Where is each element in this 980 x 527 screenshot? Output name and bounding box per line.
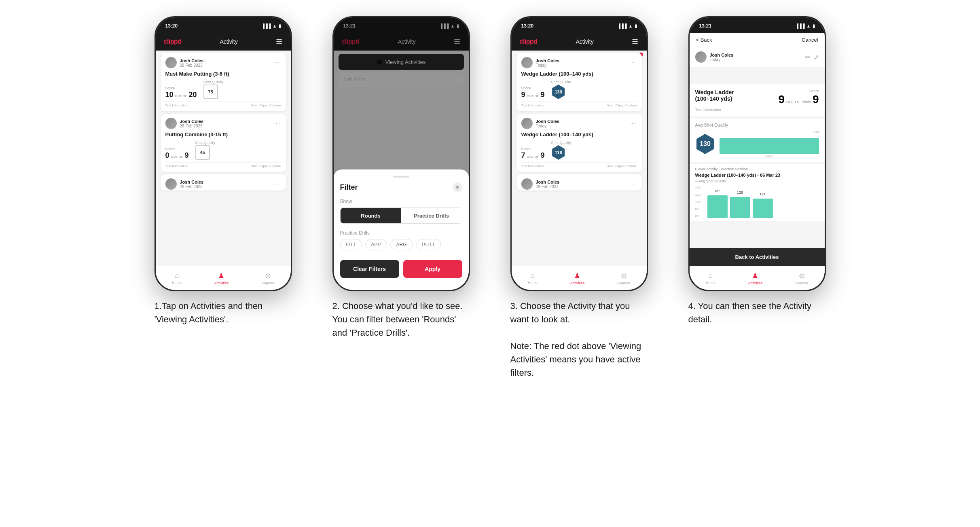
score-block-3-1: Score 9 OUT OF 9 [521, 86, 545, 99]
score-block-1-1: Score 10 OUT OF 20 [165, 86, 197, 99]
status-bar-3: 13:20 ▐▐▐ ▲ ▮ [512, 17, 647, 33]
card-footer-1-1: Test Information Data: Clippd Capture [165, 102, 281, 107]
nav-activities-4[interactable]: ♟ Activities [748, 271, 763, 285]
sq-label-1-1: Shot Quality [203, 80, 223, 84]
nav-home-4[interactable]: ⌂ Home [706, 271, 715, 285]
sq-badge-3-2: 118 [551, 145, 566, 160]
nav-activities-1[interactable]: ♟ Activities [214, 271, 229, 285]
cancel-button-4[interactable]: Cancel [802, 37, 818, 43]
nav-home-3[interactable]: ⌂ Home [528, 271, 538, 285]
card-header-1-3: Josh Coles 28 Feb 2023 ··· [165, 178, 281, 190]
user-details-1-2: Josh Coles 28 Feb 2023 [180, 119, 204, 128]
activity-card-1-3[interactable]: Josh Coles 28 Feb 2023 ··· [161, 174, 286, 190]
avatar-1-3 [165, 178, 177, 190]
apply-button[interactable]: Apply [403, 260, 462, 278]
rounds-toggle[interactable]: Rounds [341, 208, 401, 223]
card-footer-3-2: Test Information Data: Clippd Capture [521, 162, 637, 168]
dots-3-1[interactable]: ··· [629, 59, 637, 66]
phone-2-screen: 13:21 ▐▐▐ ▲ ▮ clippd Activity ☰ ⚙ Viewin… [334, 17, 469, 290]
detail-actions-4: ✏ ⤢ [805, 53, 819, 61]
show-label: Show [340, 199, 462, 204]
card-header-3-1: Josh Coles Today ··· [521, 57, 637, 68]
chip-ott[interactable]: OTT [340, 239, 362, 250]
avatar-3-2 [521, 118, 533, 129]
signal-icon-1: ▐▐▐ [261, 23, 271, 28]
phone-3-frame: 13:20 ▐▐▐ ▲ ▮ clippd Activity ☰ ⚙ Viewin… [510, 16, 648, 291]
menu-icon-3[interactable]: ☰ [632, 37, 638, 46]
signal-icon-4: ▐▐▐ [795, 23, 804, 28]
activity-card-3-1[interactable]: Josh Coles Today ··· Wedge Ladder (100–1… [516, 53, 642, 111]
score-block-1-2: Score 0 OUT OF 9 [165, 147, 189, 160]
activity-title-3-1: Wedge Ladder (100–140 yds) [521, 71, 637, 77]
chip-app[interactable]: APP [365, 239, 387, 250]
detail-title-section-4: Wedge Ladder(100–140 yds) Score 9 OUT OF… [690, 84, 825, 117]
avatar-3-1 [521, 57, 533, 68]
filter-sheet: Filter ✕ Show Rounds Practice Drills [334, 169, 469, 290]
menu-icon-1[interactable]: ☰ [276, 37, 282, 46]
caption-2: 2. Choose what you'd like to see. You ca… [332, 299, 470, 339]
activity-card-1-1[interactable]: Josh Coles 28 Feb 2023 ··· Must Make Put… [161, 53, 286, 111]
card-header-1-1: Josh Coles 28 Feb 2023 ··· [165, 57, 281, 68]
filter-title: Filter [340, 183, 358, 192]
screen-content-3: Josh Coles Today ··· Wedge Ladder (100–1… [512, 51, 647, 266]
user-info-3-3: Josh Coles 28 Feb 2023 [521, 178, 560, 190]
nav-capture-1[interactable]: ⊕ Capture [261, 271, 274, 285]
clear-filters-button[interactable]: Clear Filters [340, 260, 399, 278]
activities-icon-4: ♟ [752, 271, 758, 280]
sq-block-3-1: Shot Quality 130 [551, 80, 571, 99]
sq-big-badge-4: 130 [695, 134, 715, 154]
expand-icon-4[interactable]: ⤢ [814, 53, 819, 61]
activity-card-1-2[interactable]: Josh Coles 28 Feb 2023 ··· Putting Combi… [161, 114, 286, 172]
filter-toggle-row: Rounds Practice Drills [340, 207, 462, 224]
nav-capture-3[interactable]: ⊕ Capture [617, 271, 630, 285]
wifi-icon-1: ▲ [273, 23, 277, 28]
nav-capture-4[interactable]: ⊕ Capture [795, 271, 808, 285]
session-label-4: Player Activity · Practice Session [695, 167, 819, 171]
status-time-4: 13:21 [699, 23, 712, 29]
activity-card-3-2[interactable]: Josh Coles Today ··· Wedge Ladder (100–1… [516, 114, 642, 172]
activities-icon-1: ♟ [218, 271, 224, 280]
dots-3-3[interactable]: ··· [629, 180, 637, 188]
user-info-1-2: Josh Coles 28 Feb 2023 [165, 118, 204, 129]
practice-drills-toggle[interactable]: Practice Drills [401, 208, 462, 223]
dots-3-2[interactable]: ··· [629, 120, 637, 127]
user-info-1-3: Josh Coles 28 Feb 2023 [165, 178, 204, 190]
sq-block-1-1: Shot Quality 75 [203, 80, 223, 99]
nav-title-3: Activity [576, 38, 593, 45]
status-bar-4: 13:21 ▐▐▐ ▲ ▮ [690, 17, 825, 33]
dots-1-3[interactable]: ··· [273, 180, 281, 188]
user-info-4: Josh Coles Today [695, 51, 734, 63]
phones-row: 13:20 ▐▐▐ ▲ ▮ clippd Activity ☰ ⚙ View [146, 16, 834, 379]
dots-1-1[interactable]: ··· [273, 59, 281, 66]
filter-close-button[interactable]: ✕ [453, 182, 462, 192]
phone-4-frame: 13:21 ▐▐▐ ▲ ▮ < Back Cancel [688, 16, 826, 291]
wifi-icon-4: ▲ [806, 23, 811, 28]
dots-1-2[interactable]: ··· [273, 120, 281, 127]
status-icons-4: ▐▐▐ ▲ ▮ [795, 23, 815, 29]
shots-label-4: Shots [802, 100, 811, 104]
nav-activities-3[interactable]: ♟ Activities [570, 271, 585, 285]
user-info-3-1: Josh Coles Today [521, 57, 560, 68]
shots-value-1-1: 20 [189, 91, 197, 99]
phone-1-column: 13:20 ▐▐▐ ▲ ▮ clippd Activity ☰ ⚙ View [146, 16, 300, 326]
detail-header-4: < Back Cancel [690, 33, 825, 47]
home-icon-3: ⌂ [530, 271, 535, 280]
stat-of-row-1-1: 10 OUT OF 20 [165, 91, 197, 99]
activity-card-3-3[interactable]: Josh Coles 28 Feb 2023 ··· [516, 174, 642, 190]
user-details-3-3: Josh Coles 28 Feb 2023 [536, 180, 560, 189]
back-button-4[interactable]: < Back [696, 37, 712, 43]
sq-chart-row-4: 130 130 APP [695, 130, 819, 158]
footer1-1-1: Test Information [165, 104, 188, 107]
phone-1-screen: 13:20 ▐▐▐ ▲ ▮ clippd Activity ☰ ⚙ View [156, 17, 291, 290]
edit-icon-4[interactable]: ✏ [805, 53, 811, 61]
practice-label: Practice Drills [340, 230, 462, 236]
test-info-4: Test Information [695, 108, 819, 112]
status-bar-1: 13:20 ▐▐▐ ▲ ▮ [156, 17, 291, 33]
back-to-activities-4[interactable]: Back to Activities [690, 248, 825, 266]
score-big-4: 9 [778, 93, 785, 106]
chip-putt[interactable]: PUTT [416, 239, 441, 250]
chip-arg[interactable]: ARG [390, 239, 413, 250]
avatar-3-3 [521, 178, 533, 190]
nav-home-1[interactable]: ⌂ Home [172, 271, 182, 285]
phone-2-frame: 13:21 ▐▐▐ ▲ ▮ clippd Activity ☰ ⚙ Viewin… [332, 16, 470, 291]
